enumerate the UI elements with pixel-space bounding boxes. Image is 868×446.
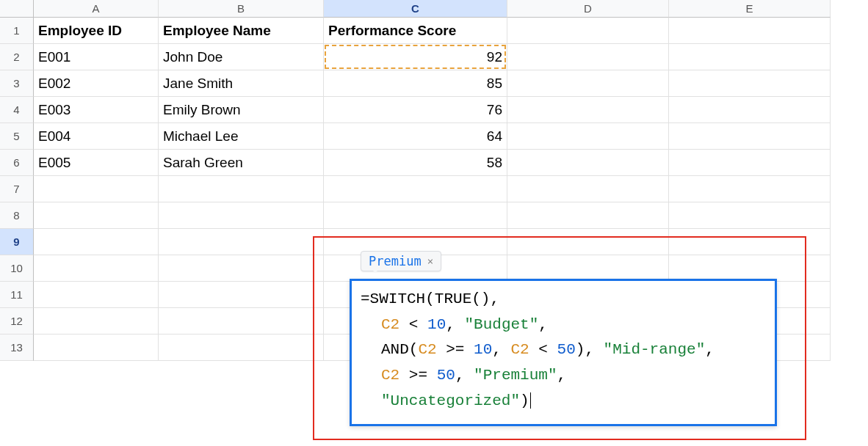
cell-D8[interactable]	[507, 202, 669, 229]
formula-line-5: "Uncategorized")	[361, 389, 766, 414]
close-icon[interactable]: ×	[427, 255, 433, 267]
cell-E1[interactable]	[669, 18, 831, 44]
cell-C4[interactable]: 76	[324, 97, 507, 123]
cell-A9[interactable]	[34, 229, 159, 255]
cell-D9[interactable]	[507, 229, 669, 255]
formula-line-2: C2 < 10, "Budget",	[361, 312, 766, 338]
formula-line-1: =SWITCH(TRUE(),	[361, 287, 766, 312]
select-all-corner[interactable]	[0, 0, 34, 18]
cell-E9[interactable]	[669, 229, 831, 255]
cell-C3[interactable]: 85	[324, 70, 507, 97]
row-header-2[interactable]: 2	[0, 44, 34, 70]
tooltip-text: Premium	[369, 254, 422, 268]
cell-A10[interactable]	[34, 255, 159, 282]
col-header-A[interactable]: A	[34, 0, 159, 18]
row-header-8[interactable]: 8	[0, 202, 34, 229]
row-header-4[interactable]: 4	[0, 97, 34, 123]
formula-result-tooltip: Premium ×	[361, 251, 441, 271]
cell-A12[interactable]	[34, 308, 159, 334]
cell-A6[interactable]: E005	[34, 150, 159, 176]
cell-B7[interactable]	[159, 176, 324, 202]
formula-line-4: C2 >= 50, "Premium",	[361, 363, 766, 389]
cell-B9[interactable]	[159, 229, 324, 255]
cell-B1[interactable]: Employee Name	[159, 18, 324, 44]
cell-D3[interactable]	[507, 70, 669, 97]
row-header-9[interactable]: 9	[0, 229, 34, 255]
cell-E8[interactable]	[669, 202, 831, 229]
cell-B2[interactable]: John Doe	[159, 44, 324, 70]
cell-A8[interactable]	[34, 202, 159, 229]
cell-D10[interactable]	[507, 255, 669, 282]
cell-B5[interactable]: Michael Lee	[159, 123, 324, 150]
row-header-5[interactable]: 5	[0, 123, 34, 150]
cell-E4[interactable]	[669, 97, 831, 123]
cell-A4[interactable]: E003	[34, 97, 159, 123]
cell-C1[interactable]: Performance Score	[324, 18, 507, 44]
row-header-13[interactable]: 13	[0, 334, 34, 361]
col-header-C[interactable]: C	[324, 0, 507, 18]
cell-D2[interactable]	[507, 44, 669, 70]
cell-B8[interactable]	[159, 202, 324, 229]
row-header-11[interactable]: 11	[0, 282, 34, 308]
cell-B4[interactable]: Emily Brown	[159, 97, 324, 123]
row-header-1[interactable]: 1	[0, 18, 34, 44]
row-header-3[interactable]: 3	[0, 70, 34, 97]
cell-E3[interactable]	[669, 70, 831, 97]
formula-editor[interactable]: =SWITCH(TRUE(), C2 < 10, "Budget", AND(C…	[350, 279, 777, 426]
formula-line-3: AND(C2 >= 10, C2 < 50), "Mid-range",	[361, 337, 766, 363]
cell-D7[interactable]	[507, 176, 669, 202]
cell-E5[interactable]	[669, 123, 831, 150]
row-header-6[interactable]: 6	[0, 150, 34, 176]
cell-A11[interactable]	[34, 282, 159, 308]
cell-B6[interactable]: Sarah Green	[159, 150, 324, 176]
cell-E6[interactable]	[669, 150, 831, 176]
cell-C8[interactable]	[324, 202, 507, 229]
row-header-7[interactable]: 7	[0, 176, 34, 202]
cell-D6[interactable]	[507, 150, 669, 176]
cell-B11[interactable]	[159, 282, 324, 308]
col-header-B[interactable]: B	[159, 0, 324, 18]
cell-A5[interactable]: E004	[34, 123, 159, 150]
col-header-D[interactable]: D	[507, 0, 669, 18]
cell-B10[interactable]	[159, 255, 324, 282]
cell-B12[interactable]	[159, 308, 324, 334]
cell-E2[interactable]	[669, 44, 831, 70]
cell-A1[interactable]: Employee ID	[34, 18, 159, 44]
col-header-E[interactable]: E	[669, 0, 831, 18]
cell-A13[interactable]	[34, 334, 159, 361]
cell-D4[interactable]	[507, 97, 669, 123]
cell-A7[interactable]	[34, 176, 159, 202]
cell-A2[interactable]: E001	[34, 44, 159, 70]
cell-A3[interactable]: E002	[34, 70, 159, 97]
cell-D1[interactable]	[507, 18, 669, 44]
cell-C7[interactable]	[324, 176, 507, 202]
cell-C5[interactable]: 64	[324, 123, 507, 150]
cell-C6[interactable]: 58	[324, 150, 507, 176]
text-cursor	[530, 392, 531, 409]
cell-E10[interactable]	[669, 255, 831, 282]
cell-C2[interactable]: 92	[324, 44, 507, 70]
row-header-12[interactable]: 12	[0, 308, 34, 334]
cell-E7[interactable]	[669, 176, 831, 202]
row-header-10[interactable]: 10	[0, 255, 34, 282]
cell-B13[interactable]	[159, 334, 324, 361]
cell-B3[interactable]: Jane Smith	[159, 70, 324, 97]
cell-D5[interactable]	[507, 123, 669, 150]
